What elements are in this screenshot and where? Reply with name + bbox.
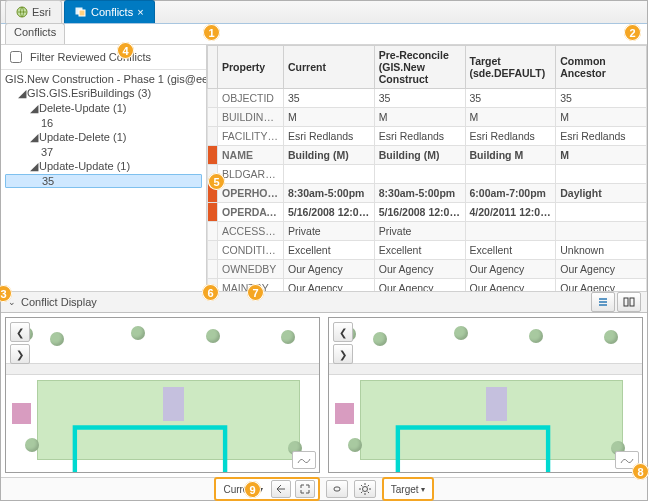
conflict-flag <box>208 203 218 222</box>
cell-ancestor: M <box>556 108 647 127</box>
svg-rect-4 <box>630 298 634 306</box>
tree-du-id[interactable]: 16 <box>5 116 202 130</box>
basemap-label-icon[interactable] <box>292 451 316 469</box>
cell-prereconcile: Excellent <box>374 241 465 260</box>
subtab-conflicts[interactable]: Conflicts <box>5 23 65 44</box>
cell-property: BUILDINGID <box>218 108 284 127</box>
tree-ud-id[interactable]: 37 <box>5 145 202 159</box>
callout-1: 1 <box>203 24 220 41</box>
col-property[interactable]: Property <box>218 46 284 89</box>
attribute-grid: Property Current Pre-Reconcile (GIS.New … <box>207 45 647 291</box>
tree-update-update[interactable]: ◢Update-Update (1) <box>5 159 202 174</box>
cell-current: Excellent <box>284 241 375 260</box>
col-prereconcile[interactable]: Pre-Reconcile (GIS.New Construct <box>374 46 465 89</box>
nav-back-button[interactable]: ❮ <box>10 322 30 342</box>
map-left[interactable]: ❮ ❯ <box>5 317 320 473</box>
caret-icon: ◢ <box>29 131 39 144</box>
cell-ancestor: Unknown <box>556 241 647 260</box>
nav-fwd-button[interactable]: ❯ <box>10 344 30 364</box>
cell-property: OWNEDBY <box>218 260 284 279</box>
side-by-side-button[interactable] <box>617 292 641 312</box>
zoom-full-button[interactable] <box>295 480 315 498</box>
cell-target: Our Agency <box>465 279 556 292</box>
cell-current: Private <box>284 222 375 241</box>
cell-ancestor: Our Agency <box>556 260 647 279</box>
cell-property: CONDITION <box>218 241 284 260</box>
cell-prereconcile <box>374 165 465 184</box>
table-row[interactable]: FACILITYKEYEsri RedlandsEsri RedlandsEsr… <box>208 127 647 146</box>
tree-delete-update[interactable]: ◢Delete-Update (1) <box>5 101 202 116</box>
cell-current: Our Agency <box>284 279 375 292</box>
table-row[interactable]: BUILDINGIDMMMM <box>208 108 647 127</box>
cell-prereconcile: Building (M) <box>374 146 465 165</box>
cell-ancestor: Our Agency <box>556 279 647 292</box>
cell-prereconcile: Private <box>374 222 465 241</box>
conflict-flag <box>208 260 218 279</box>
tree-root-label: GIS.New Construction - Phase 1 (gis@eeva… <box>5 73 206 85</box>
table-row[interactable]: OPERDATE5/16/2008 12:00:00 AM5/16/2008 1… <box>208 203 647 222</box>
tree-layer[interactable]: ◢GIS.GIS.EsriBuildings (3) <box>5 86 202 101</box>
cell-current: 5/16/2008 12:00:00 AM <box>284 203 375 222</box>
cell-target <box>465 222 556 241</box>
cell-prereconcile: 8:30am-5:00pm <box>374 184 465 203</box>
close-icon[interactable]: × <box>137 7 143 18</box>
callout-2: 2 <box>624 24 641 41</box>
table-row[interactable]: OWNEDBYOur AgencyOur AgencyOur AgencyOur… <box>208 260 647 279</box>
conflict-flag <box>208 241 218 260</box>
target-dropdown[interactable]: Target ▾ <box>387 483 429 496</box>
tree-root[interactable]: GIS.New Construction - Phase 1 (gis@eeva… <box>5 72 202 86</box>
nav-back-button[interactable]: ❮ <box>333 322 353 342</box>
table-row[interactable]: CONDITIONExcellentExcellentExcellentUnkn… <box>208 241 647 260</box>
cell-ancestor: M <box>556 146 647 165</box>
table-row[interactable]: OBJECTID35353535 <box>208 89 647 108</box>
table-row[interactable]: NAMEBuilding (M)Building (M)Building MM <box>208 146 647 165</box>
list-view-button[interactable] <box>591 292 615 312</box>
tree-update-delete[interactable]: ◢Update-Delete (1) <box>5 130 202 145</box>
cell-current <box>284 165 375 184</box>
subtab-conflicts-label: Conflicts <box>14 26 56 38</box>
tab-esri[interactable]: Esri <box>5 0 62 23</box>
tree-layer-label: GIS.GIS.EsriBuildings (3) <box>27 87 151 99</box>
document-tabs: Esri Conflicts × <box>1 1 647 24</box>
table-row[interactable]: OPERHOURS8:30am-5:00pm8:30am-5:00pm6:00a… <box>208 184 647 203</box>
link-views-button[interactable] <box>326 480 348 498</box>
cell-ancestor: 35 <box>556 89 647 108</box>
conflict-flag <box>208 146 218 165</box>
table-row[interactable]: BLDGAREA <box>208 165 647 184</box>
current-controls-group: Current ▾ <box>214 477 319 501</box>
table-row[interactable]: ACCESSTYPEPrivatePrivate <box>208 222 647 241</box>
tab-conflicts[interactable]: Conflicts × <box>64 0 155 23</box>
tree-uu-id-label: 35 <box>42 175 54 187</box>
cell-target: Esri Redlands <box>465 127 556 146</box>
map-right[interactable]: ❮ ❯ <box>328 317 643 473</box>
cell-property: OBJECTID <box>218 89 284 108</box>
cell-prereconcile: 35 <box>374 89 465 108</box>
cell-current: 8:30am-5:00pm <box>284 184 375 203</box>
nav-fwd-button[interactable]: ❯ <box>333 344 353 364</box>
cell-target: 4/20/2011 12:00:00 AM <box>465 203 556 222</box>
col-current[interactable]: Current <box>284 46 375 89</box>
filter-reviewed-checkbox[interactable] <box>10 51 22 63</box>
conflict-display-title: Conflict Display <box>21 296 97 308</box>
cell-property: ACCESSTYPE <box>218 222 284 241</box>
tree-uu-id[interactable]: 35 <box>5 174 202 188</box>
zoom-out-button[interactable] <box>271 480 291 498</box>
conflicts-tree-pane: Filter Reviewed Conflicts GIS.New Constr… <box>1 45 207 291</box>
col-ancestor[interactable]: Common Ancestor <box>556 46 647 89</box>
conflict-flag <box>208 108 218 127</box>
cell-property: OPERDATE <box>218 203 284 222</box>
table-row[interactable]: MAINTBYOur AgencyOur AgencyOur AgencyOur… <box>208 279 647 292</box>
col-marker[interactable] <box>208 46 218 89</box>
sun-button[interactable] <box>354 480 376 498</box>
callout-9: 9 <box>244 481 261 498</box>
attribute-grid-pane[interactable]: Property Current Pre-Reconcile (GIS.New … <box>207 45 647 291</box>
cell-current: 35 <box>284 89 375 108</box>
conflicts-tree[interactable]: GIS.New Construction - Phase 1 (gis@eeva… <box>1 70 206 190</box>
tab-conflicts-label: Conflicts <box>91 6 133 18</box>
conflict-display-maps: ❮ ❯ <box>1 313 647 477</box>
col-target[interactable]: Target (sde.DEFAULT) <box>465 46 556 89</box>
conflict-flag <box>208 222 218 241</box>
callout-6: 6 <box>202 284 219 301</box>
cell-ancestor: Daylight <box>556 184 647 203</box>
callout-8: 8 <box>632 463 649 480</box>
